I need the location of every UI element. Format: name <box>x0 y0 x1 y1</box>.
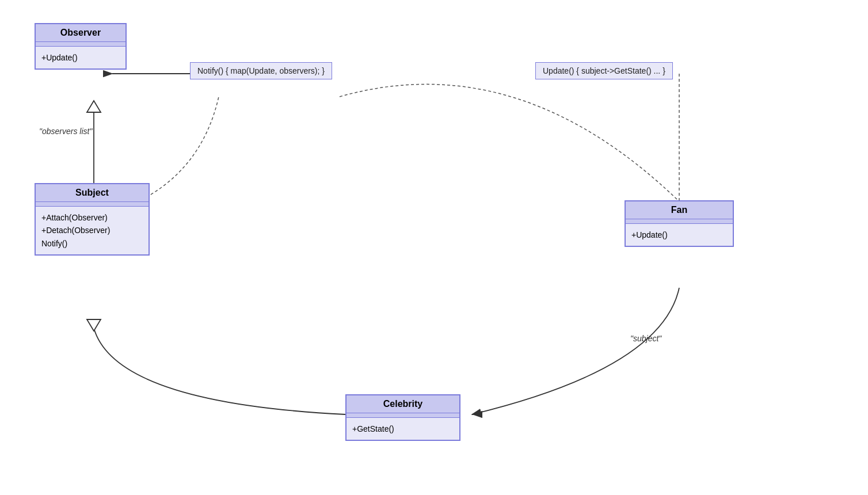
subject-title: Subject <box>36 184 149 202</box>
fan-divider <box>626 219 733 224</box>
notify-note-text: Notify() { map(Update, observers); } <box>197 66 325 75</box>
fan-title: Fan <box>626 201 733 219</box>
celebrity-box: Celebrity +GetState() <box>345 394 460 441</box>
observer-divider <box>36 42 125 47</box>
observer-box: Observer +Update() <box>35 23 127 70</box>
notify-note: Notify() { map(Update, observers); } <box>190 62 332 79</box>
fan-box: Fan +Update() <box>625 200 734 247</box>
observers-list-label: "observers list" <box>39 127 92 136</box>
subject-label: "subject" <box>630 334 661 343</box>
observer-methods: +Update() <box>36 47 125 68</box>
diagram-container: Observer +Update() Notify() { map(Update… <box>0 0 868 495</box>
subject-methods: +Attach(Observer) +Detach(Observer) Noti… <box>36 207 149 254</box>
subject-box: Subject +Attach(Observer) +Detach(Observ… <box>35 183 150 256</box>
celebrity-methods: +GetState() <box>347 418 459 440</box>
update-note-text: Update() { subject->GetState() ... } <box>543 66 665 75</box>
subject-divider <box>36 202 149 207</box>
svg-marker-4 <box>87 319 101 331</box>
fan-methods: +Update() <box>626 224 733 246</box>
svg-marker-2 <box>87 101 101 112</box>
update-note: Update() { subject->GetState() ... } <box>535 62 673 79</box>
celebrity-divider <box>347 413 459 418</box>
observer-title: Observer <box>36 24 125 42</box>
celebrity-title: Celebrity <box>347 395 459 413</box>
